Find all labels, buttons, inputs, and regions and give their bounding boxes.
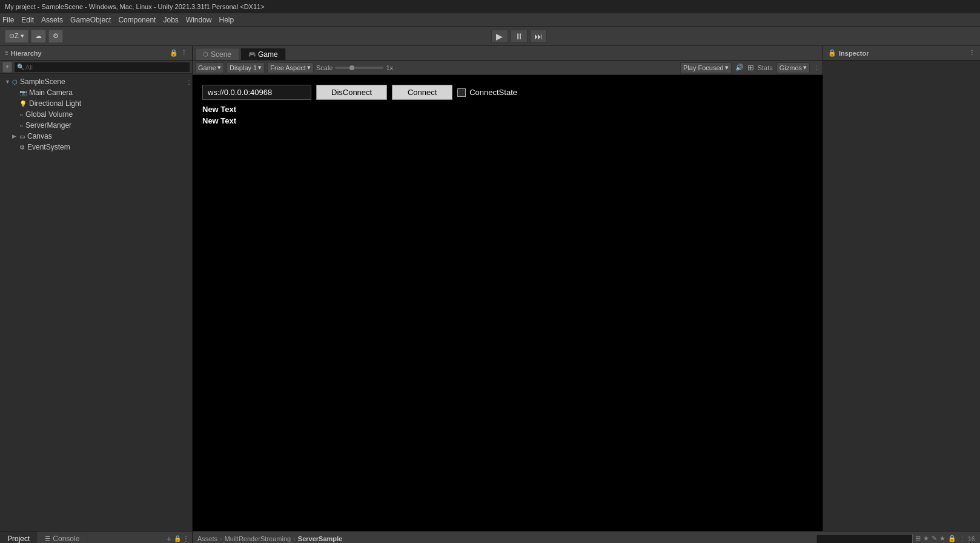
toolbar-more-btn[interactable]: ⋮	[959, 535, 965, 542]
hierarchy-item-main-camera[interactable]: 📷 Main Camera	[0, 87, 192, 98]
menu-window[interactable]: Window	[186, 16, 212, 24]
canvas-icon: ▭	[19, 133, 25, 140]
toolbar-size-value: 16	[968, 535, 975, 542]
hierarchy-lock-btn[interactable]: 🔒	[170, 49, 178, 57]
game-toolbar-right: Play Focused ▾ 🔊 ⊞ Stats Gizmos ▾ ⋮	[680, 62, 820, 73]
menu-edit[interactable]: Edit	[21, 16, 34, 24]
volume-icon: ○	[19, 111, 23, 118]
toolbar-left: ⊙ Z ▾ ☁ ⚙	[5, 30, 63, 43]
game-dropdown[interactable]: Game ▾	[195, 62, 224, 73]
scale-value: 1x	[386, 64, 393, 71]
audio-button[interactable]: 🔊	[735, 64, 744, 71]
assets-browser: Assets › MuiltRenderStreaming › ServerSa…	[193, 531, 980, 543]
hierarchy-header: ≡ Hierarchy 🔒 ⋮	[0, 46, 192, 61]
toolbar-star-icon[interactable]: ★	[939, 535, 945, 542]
websocket-input[interactable]	[202, 85, 311, 100]
gizmos-arrow: ▾	[803, 64, 807, 71]
scale-label: Scale	[316, 64, 333, 71]
hierarchy-add-button[interactable]: +	[2, 62, 12, 73]
step-button[interactable]: ⏭	[530, 30, 547, 43]
tab-console[interactable]: ☰ Console	[38, 531, 87, 543]
panel-add-btn[interactable]: +	[167, 534, 171, 544]
tab-console-icon: ☰	[45, 535, 50, 542]
hierarchy-item-label: Global Volume	[25, 110, 73, 119]
tab-project[interactable]: Project	[0, 531, 38, 543]
tab-scene-label: Scene	[211, 50, 231, 59]
game-dropdown-label: Game	[198, 64, 216, 71]
scale-slider[interactable]	[335, 67, 383, 69]
game-dropdown-arrow: ▾	[217, 64, 221, 71]
cloud-icon: ☁	[35, 32, 42, 40]
play-focused-dropdown[interactable]: Play Focused ▾	[680, 62, 732, 73]
panel-more-btn[interactable]: ⋮	[182, 535, 190, 543]
breadcrumb-server[interactable]: ServerSample	[298, 535, 342, 542]
scale-control: Scale 1x	[316, 64, 393, 71]
scene-icon: ⬡	[12, 79, 18, 85]
panel-lock-btn[interactable]: 🔒	[174, 535, 181, 542]
breadcrumb: Assets › MuiltRenderStreaming › ServerSa…	[197, 535, 342, 542]
toolbar-lock-btn[interactable]: 🔒	[948, 535, 956, 542]
connect-state-checkbox[interactable]	[457, 88, 466, 97]
display-label: Display 1	[230, 64, 257, 71]
display-dropdown[interactable]: Display 1 ▾	[227, 62, 265, 73]
hierarchy-item-eventsystem[interactable]: ⚙ EventSystem	[0, 142, 192, 153]
account-button[interactable]: ⊙ Z ▾	[5, 30, 28, 43]
play-button[interactable]: ▶	[491, 30, 508, 43]
hierarchy-more-btn[interactable]: ⋮	[180, 49, 187, 57]
hierarchy-item-label: Main Camera	[29, 88, 73, 97]
tabs-bar: ⬡ Scene 🎮 Game	[193, 46, 823, 61]
hierarchy-item-samplescene[interactable]: ▼ ⬡ SampleScene ⋮	[0, 76, 192, 87]
gizmos-dropdown[interactable]: Gizmos ▾	[776, 62, 810, 73]
layout-button[interactable]: ⊞	[747, 63, 754, 72]
tab-game[interactable]: 🎮 Game	[240, 48, 286, 60]
stats-button[interactable]: Stats	[758, 64, 773, 71]
display-arrow: ▾	[258, 64, 262, 71]
arrow-icon: ▼	[5, 79, 12, 85]
toolbar-grid-icon[interactable]: ⊞	[915, 535, 921, 542]
inspector-lock-icon: 🔒	[828, 49, 836, 57]
event-icon: ⚙	[19, 144, 25, 151]
menu-file[interactable]: File	[2, 16, 14, 24]
inspector-more-btn[interactable]: ⋮	[968, 49, 975, 57]
hierarchy-lock-icon: ≡	[5, 50, 8, 56]
settings-icon: ⚙	[53, 32, 59, 40]
settings-icon-button[interactable]: ⚙	[48, 30, 63, 43]
aspect-label: Free Aspect	[270, 64, 306, 71]
aspect-dropdown[interactable]: Free Aspect ▾	[267, 62, 314, 73]
pause-button[interactable]: ⏸	[511, 30, 528, 43]
play-focused-arrow: ▾	[725, 64, 729, 71]
light-icon: 💡	[19, 100, 27, 107]
hierarchy-item-label: Canvas	[27, 132, 52, 140]
disconnect-button[interactable]: DisConnect	[316, 85, 387, 100]
slider-thumb	[349, 65, 354, 70]
breadcrumb-assets[interactable]: Assets	[197, 535, 217, 542]
hierarchy-item-canvas[interactable]: ▶ ▭ Canvas	[0, 131, 192, 142]
menu-gameobject[interactable]: GameObject	[70, 16, 111, 24]
toolbar-favorite-icon[interactable]: ★	[923, 535, 929, 542]
scene-more-icon[interactable]: ⋮	[186, 79, 192, 85]
connect-button[interactable]: Connect	[392, 85, 452, 100]
more-options-btn[interactable]: ⋮	[813, 64, 820, 71]
play-focused-label: Play Focused	[683, 64, 724, 71]
toolbar-center: ▶ ⏸ ⏭	[65, 30, 973, 43]
center-panel: ⬡ Scene 🎮 Game Game ▾ Display 1 ▾ Free A…	[193, 46, 823, 531]
hierarchy-item-global-volume[interactable]: ○ Global Volume	[0, 109, 192, 120]
toolbar-edit-icon[interactable]: ✎	[932, 535, 937, 542]
menu-component[interactable]: Component	[118, 16, 156, 24]
hierarchy-panel: ≡ Hierarchy 🔒 ⋮ + 🔍 All ▼ ⬡ SampleScene …	[0, 46, 193, 531]
menu-help[interactable]: Help	[219, 16, 234, 24]
breadcrumb-muilt[interactable]: MuiltRenderStreaming	[225, 535, 291, 542]
aspect-arrow: ▾	[307, 64, 311, 71]
hierarchy-item-directional-light[interactable]: 💡 Directional Light	[0, 98, 192, 109]
menu-assets[interactable]: Assets	[41, 16, 63, 24]
cloud-button[interactable]: ☁	[31, 30, 46, 43]
assets-search-input[interactable]	[816, 534, 913, 544]
tab-scene[interactable]: ⬡ Scene	[195, 48, 239, 60]
hierarchy-item-label: EventSystem	[27, 143, 70, 151]
inspector-header: 🔒 Inspector ⋮	[823, 46, 980, 61]
menu-jobs[interactable]: Jobs	[163, 16, 178, 24]
connect-state-row: ConnectState	[457, 88, 517, 97]
title-bar: My project - SampleScene - Windows, Mac,…	[0, 0, 980, 13]
hierarchy-item-servermanger[interactable]: ○ ServerManger	[0, 120, 192, 131]
connect-state-label: ConnectState	[469, 88, 517, 97]
